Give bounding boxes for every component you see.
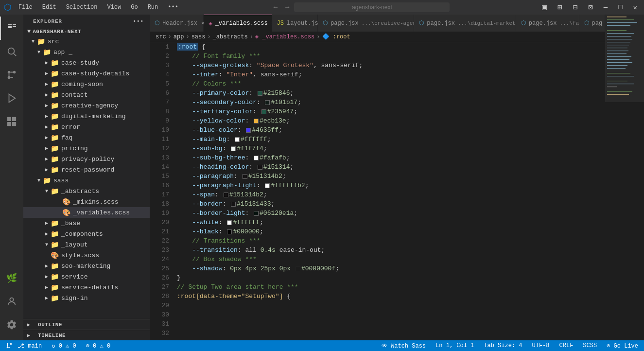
close-button[interactable]: ✕ xyxy=(630,2,640,13)
status-eol[interactable]: CRLF xyxy=(557,342,575,349)
svg-marker-10 xyxy=(9,94,16,103)
command-search-input[interactable] xyxy=(294,2,450,12)
code-text: :root { // Font family *** --space-grote… xyxy=(173,42,605,340)
arrow-pp: ▶ xyxy=(43,156,51,162)
search-activity-icon[interactable] xyxy=(0,40,23,63)
maximize-button[interactable]: □ xyxy=(615,2,625,12)
layout-btn-3[interactable]: ⊟ xyxy=(570,1,580,13)
tab-variables-scss[interactable]: ◈ _variables.scss ✕ xyxy=(204,15,272,32)
arrow-abstracts: ▼ xyxy=(43,189,51,194)
folder-rp-icon: 📁 xyxy=(51,166,59,174)
menu-go[interactable]: Go xyxy=(128,3,140,12)
debug-activity-icon[interactable] xyxy=(0,87,23,110)
outline-tab[interactable]: OUTLINE xyxy=(32,322,68,328)
tree-item-base[interactable]: ▶ 📁 _base xyxy=(23,218,150,228)
tree-item-case-study[interactable]: ▶ 📁 case-study xyxy=(23,57,150,68)
menu-edit[interactable]: Edit xyxy=(39,3,59,12)
tree-item-faq[interactable]: ▶ 📁 faq xyxy=(23,132,150,143)
breadcrumb-root: 🔷 :root xyxy=(322,33,350,40)
nav-back-button[interactable]: ← xyxy=(271,2,280,12)
nav-forward-button[interactable]: → xyxy=(282,2,292,12)
menu-run[interactable]: Run xyxy=(145,3,161,12)
status-sync[interactable]: ↻ 0 ⚠ 0 xyxy=(50,342,78,350)
tab-page-digital[interactable]: ⬡ page.jsx ...\digital-marketing xyxy=(414,15,516,32)
tree-item-contact[interactable]: ▶ 📁 contact xyxy=(23,89,150,100)
arrow-cs: ▶ xyxy=(43,81,51,87)
tree-item-components[interactable]: ▶ 📁 _components xyxy=(23,228,150,239)
tab-header-jsx[interactable]: ⬡ Header.jsx ✕ xyxy=(150,15,204,32)
status-tab-size[interactable]: Tab Size: 4 xyxy=(482,342,524,349)
code-editor[interactable]: 12345 678910 1112131415 1617181920 21222… xyxy=(150,42,605,340)
tree-item-style[interactable]: ▶ 🎨 style.scss xyxy=(23,250,150,261)
arrow-sass: ▼ xyxy=(35,178,43,183)
tree-item-service-details[interactable]: ▶ 📁 service-details xyxy=(23,282,150,293)
source-control-activity-icon[interactable] xyxy=(0,63,23,87)
folder-base-icon: 📁 xyxy=(51,219,59,228)
status-watch-sass[interactable]: 👁 Watch Sass xyxy=(380,342,428,350)
layout-btn-2[interactable]: ⊞ xyxy=(555,1,565,13)
layout-btn-1[interactable]: ▣ xyxy=(539,1,550,13)
leaf-activity-icon[interactable]: 🌿 xyxy=(0,266,23,290)
breadcrumb-sass[interactable]: sass xyxy=(191,34,206,40)
menu-more[interactable]: ••• xyxy=(165,3,181,12)
menu-file[interactable]: File xyxy=(16,3,35,12)
tree-item-layout[interactable]: ▼ 📁 _layout xyxy=(23,239,150,250)
folder-contact-icon: 📁 xyxy=(51,91,59,99)
breadcrumb-abstracts[interactable]: _abstracts xyxy=(213,34,248,40)
status-position[interactable]: Ln 1, Col 1 xyxy=(434,342,476,349)
tab-layout-js[interactable]: JS layout.js xyxy=(272,15,318,32)
tree-item-error[interactable]: ▶ 📁 error xyxy=(23,122,150,132)
status-language[interactable]: SCSS xyxy=(581,342,599,349)
arrow-seo: ▶ xyxy=(43,263,51,269)
tree-item-pricing[interactable]: ▶ 📁 pricing xyxy=(23,143,150,154)
tree-item-sass[interactable]: ▼ 📁 sass xyxy=(23,175,150,186)
menu-view[interactable]: View xyxy=(104,3,124,12)
account-activity-icon[interactable] xyxy=(0,290,23,313)
tree-item-sign-in[interactable]: ▶ 📁 sign-in xyxy=(23,293,150,303)
title-bar-right: ▣ ⊞ ⊟ ⊠ — □ ✕ xyxy=(539,1,640,13)
sidebar-more-button[interactable]: ••• xyxy=(133,18,144,24)
status-live[interactable]: ⊙ Go Live xyxy=(605,342,640,350)
breadcrumb-variables[interactable]: ◈ _variables.scss xyxy=(255,33,314,40)
tree-item-service[interactable]: ▶ 📁 service xyxy=(23,271,150,282)
project-name[interactable]: AGENSHARK-NEXT xyxy=(33,29,81,35)
folder-error-icon: 📁 xyxy=(51,123,59,131)
settings-activity-icon[interactable] xyxy=(0,313,23,336)
tab-page-creative[interactable]: ⬡ page.jsx ...\creative-agency xyxy=(318,15,414,32)
breadcrumb-src[interactable]: src xyxy=(156,34,166,40)
tree-item-app[interactable]: ▼ 📁 app _ xyxy=(23,47,150,57)
tree-item-variables[interactable]: ▶ 🎨 _variables.scss xyxy=(23,207,150,218)
breadcrumb-app[interactable]: app xyxy=(174,34,184,40)
tree-label-src: src xyxy=(48,38,59,45)
svg-point-9 xyxy=(8,71,11,74)
timeline-tab[interactable]: TIMELINE xyxy=(32,333,71,338)
tree-item-abstracts[interactable]: ▼ 📁 _abstracts xyxy=(23,186,150,196)
status-errors[interactable]: ⊘ 0 ⚠ 0 xyxy=(84,342,112,350)
tree-item-mixins[interactable]: ▶ 🎨 _mixins.scss xyxy=(23,196,150,207)
tree-label-base: _base xyxy=(61,220,80,227)
layout-btn-4[interactable]: ⊠ xyxy=(585,1,596,13)
tree-item-seo-marketing[interactable]: ▶ 📁 seo-marketing xyxy=(23,261,150,271)
tab-page-faq[interactable]: ⬡ page.jsx ...\faq xyxy=(516,15,579,32)
minimap[interactable] xyxy=(605,15,644,340)
tab-page-last[interactable]: ⬡ pag xyxy=(579,15,605,32)
tree-item-privacy-policy[interactable]: ▶ 📁 privacy-policy xyxy=(23,154,150,164)
tree-item-digital-marketing[interactable]: ▶ 📁 digital-marketing xyxy=(23,111,150,122)
tree-item-case-study-details[interactable]: ▶ 📁 case-study-details xyxy=(23,68,150,79)
extensions-activity-icon[interactable] xyxy=(0,110,23,133)
tree-item-reset-password[interactable]: ▶ 📁 reset-password xyxy=(23,164,150,175)
status-branch[interactable]: ⎇ main xyxy=(4,342,44,350)
tree-item-creative-agency[interactable]: ▶ 📁 creative-agency xyxy=(23,100,150,111)
menu-selection[interactable]: Selection xyxy=(63,3,101,12)
minimize-button[interactable]: — xyxy=(601,2,610,12)
tree-label-ca: creative-agency xyxy=(61,102,118,109)
svg-point-5 xyxy=(8,48,15,54)
tree-item-src[interactable]: ▼ 📁 src xyxy=(23,36,150,47)
tree-label-pricing: pricing xyxy=(61,145,88,152)
tree-label-app: app _ xyxy=(53,49,72,56)
explorer-activity-icon[interactable] xyxy=(0,17,23,40)
arrow-app: ▼ xyxy=(35,50,43,55)
title-bar-center: ← → xyxy=(271,2,450,12)
status-encoding[interactable]: UTF-8 xyxy=(530,342,552,349)
tree-item-coming-soon[interactable]: ▶ 📁 coming-soon xyxy=(23,79,150,89)
